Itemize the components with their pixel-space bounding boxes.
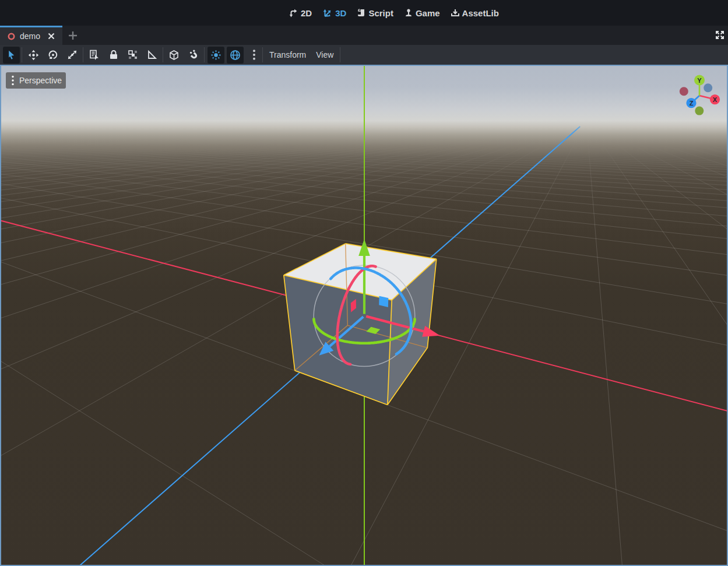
svg-text:Z: Z [690, 100, 694, 107]
svg-text:X: X [713, 96, 718, 103]
svg-text:Y: Y [697, 77, 702, 84]
